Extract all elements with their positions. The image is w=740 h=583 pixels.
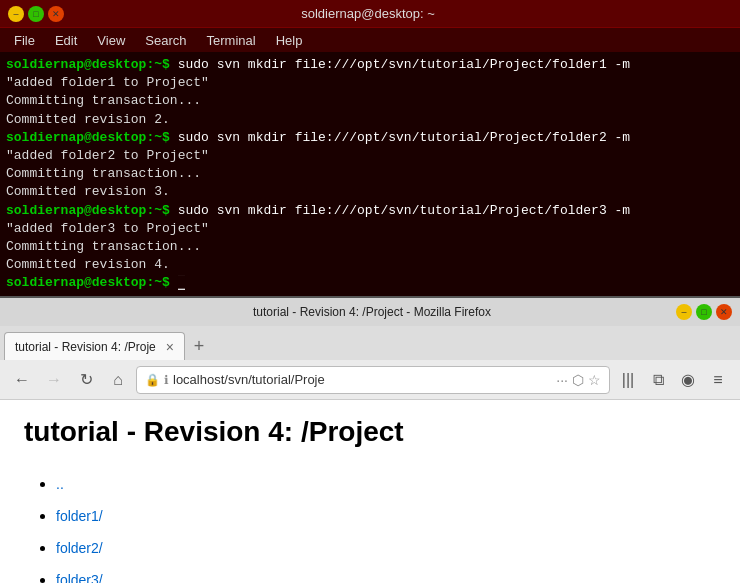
menu-terminal[interactable]: Terminal [199,31,264,50]
terminal-menubar: File Edit View Search Terminal Help [0,28,740,52]
pocket-icon: ⬡ [572,372,584,388]
page-heading: tutorial - Revision 4: /Project [24,416,716,448]
dots-icon: ··· [556,372,568,388]
terminal-line-3: Committing transaction... [6,92,734,110]
url-input[interactable] [173,372,552,387]
forward-button[interactable]: → [40,366,68,394]
terminal-close-button[interactable]: ✕ [48,6,64,22]
address-bar[interactable]: 🔒 ℹ ··· ⬡ ☆ [136,366,610,394]
cmd-3: sudo svn mkdir file:///opt/svn/tutorial/… [170,203,630,218]
terminal-title: soldiernap@desktop: ~ [64,6,672,21]
tab-label: tutorial - Revision 4: /Proje [15,340,156,354]
cmd-2: sudo svn mkdir file:///opt/svn/tutorial/… [170,130,630,145]
account-button[interactable]: ◉ [674,366,702,394]
dir-link-parent[interactable]: .. [56,476,64,492]
synced-tabs-button[interactable]: ⧉ [644,366,672,394]
firefox-tab-active[interactable]: tutorial - Revision 4: /Proje × [4,332,185,360]
terminal-minimize-button[interactable]: – [8,6,24,22]
firefox-minimize-button[interactable]: – [676,304,692,320]
refresh-button[interactable]: ↻ [72,366,100,394]
firefox-title: tutorial - Revision 4: /Project - Mozill… [68,305,676,319]
new-tab-button[interactable]: + [185,332,213,360]
prompt-2: soldiernap@desktop:~$ [6,130,170,145]
output-1: "added folder1 to Project" [6,75,209,90]
output-7: "added folder3 to Project" [6,221,209,236]
info-icon: ℹ [164,373,169,387]
firefox-maximize-button[interactable]: □ [696,304,712,320]
terminal-window: – □ ✕ soldiernap@desktop: ~ File Edit Vi… [0,0,740,296]
dir-link-folder1[interactable]: folder1/ [56,508,103,524]
output-2: Committing transaction... [6,93,201,108]
prompt-3: soldiernap@desktop:~$ [6,203,170,218]
firefox-tab-bar: tutorial - Revision 4: /Proje × + [0,326,740,360]
terminal-window-controls: – □ ✕ [8,6,64,22]
terminal-line-7: Committing transaction... [6,165,734,183]
list-item: folder3/ [56,564,716,583]
menu-button[interactable]: ≡ [704,366,732,394]
terminal-line-4: Committed revision 2. [6,111,734,129]
menu-view[interactable]: View [89,31,133,50]
bookmark-icon[interactable]: ☆ [588,372,601,388]
library-button[interactable]: ||| [614,366,642,394]
terminal-line-6: "added folder2 to Project" [6,147,734,165]
back-button[interactable]: ← [8,366,36,394]
terminal-body[interactable]: soldiernap@desktop:~$ sudo svn mkdir fil… [0,52,740,296]
prompt-1: soldiernap@desktop:~$ [6,57,170,72]
directory-listing: .. folder1/ folder2/ folder3/ [24,468,716,583]
output-6: Committed revision 3. [6,184,170,199]
output-3: Committed revision 2. [6,112,170,127]
terminal-line-1: soldiernap@desktop:~$ sudo svn mkdir fil… [6,56,734,74]
dir-link-folder2[interactable]: folder2/ [56,540,103,556]
firefox-window: tutorial - Revision 4: /Project - Mozill… [0,296,740,583]
prompt-4: soldiernap@desktop:~$ [6,275,170,290]
output-4: "added folder2 to Project" [6,148,209,163]
lock-icon: 🔒 [145,373,160,387]
terminal-line-12: Committed revision 4. [6,256,734,274]
output-5: Committing transaction... [6,166,201,181]
terminal-line-8: Committed revision 3. [6,183,734,201]
dir-link-folder3[interactable]: folder3/ [56,572,103,583]
menu-edit[interactable]: Edit [47,31,85,50]
address-bar-icons: ··· ⬡ ☆ [556,372,601,388]
cmd-cursor: █ [170,275,186,290]
terminal-line-10: "added folder3 to Project" [6,220,734,238]
firefox-navbar: ← → ↻ ⌂ 🔒 ℹ ··· ⬡ ☆ ||| ⧉ ◉ ≡ [0,360,740,400]
tab-close-button[interactable]: × [166,339,174,355]
firefox-close-button[interactable]: ✕ [716,304,732,320]
list-item: .. [56,468,716,500]
menu-file[interactable]: File [6,31,43,50]
menu-help[interactable]: Help [268,31,311,50]
terminal-line-5: soldiernap@desktop:~$ sudo svn mkdir fil… [6,129,734,147]
terminal-line-11: Committing transaction... [6,238,734,256]
output-9: Committed revision 4. [6,257,170,272]
list-item: folder1/ [56,500,716,532]
terminal-titlebar: – □ ✕ soldiernap@desktop: ~ [0,0,740,28]
home-button[interactable]: ⌂ [104,366,132,394]
firefox-titlebar: tutorial - Revision 4: /Project - Mozill… [0,298,740,326]
terminal-line-9: soldiernap@desktop:~$ sudo svn mkdir fil… [6,202,734,220]
firefox-window-controls: – □ ✕ [676,304,732,320]
menu-search[interactable]: Search [137,31,194,50]
terminal-maximize-button[interactable]: □ [28,6,44,22]
list-item: folder2/ [56,532,716,564]
output-8: Committing transaction... [6,239,201,254]
terminal-line-2: "added folder1 to Project" [6,74,734,92]
firefox-content: tutorial - Revision 4: /Project .. folde… [0,400,740,583]
nav-right-icons: ||| ⧉ ◉ ≡ [614,366,732,394]
terminal-line-13: soldiernap@desktop:~$ █ [6,274,734,292]
cmd-1: sudo svn mkdir file:///opt/svn/tutorial/… [170,57,630,72]
